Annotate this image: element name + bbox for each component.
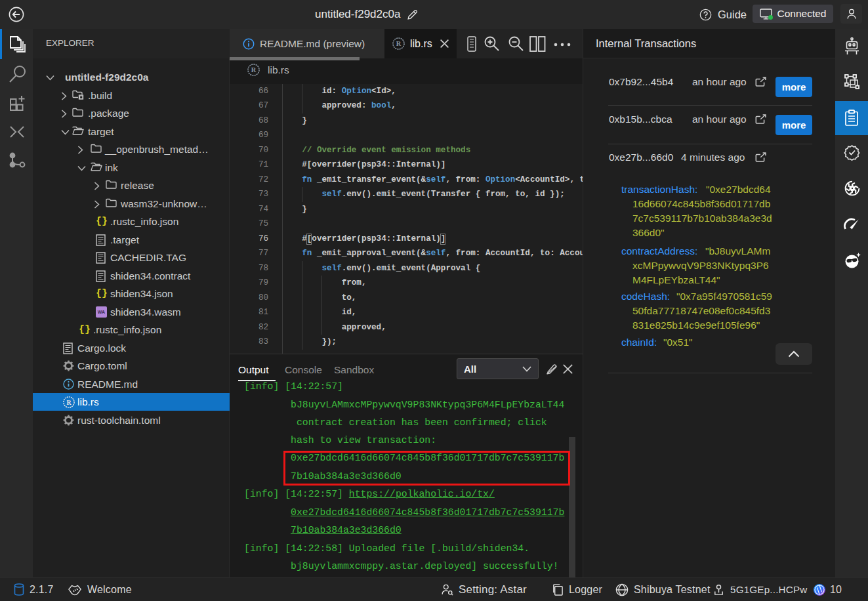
- svg-text:R: R: [251, 66, 257, 73]
- svg-text:R: R: [396, 40, 402, 47]
- svg-text:R: R: [66, 399, 72, 406]
